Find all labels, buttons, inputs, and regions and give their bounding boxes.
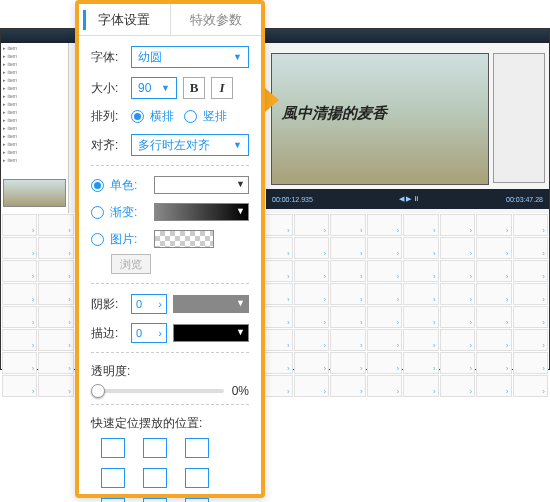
radio-image-fill[interactable] xyxy=(91,233,104,246)
slider-thumb-icon[interactable] xyxy=(91,384,105,398)
pos-mid-center[interactable] xyxy=(143,468,167,488)
opacity-value: 0% xyxy=(232,384,249,398)
pos-mid-right[interactable] xyxy=(185,468,209,488)
image-fill-preview xyxy=(154,230,214,248)
pos-top-left[interactable] xyxy=(101,438,125,458)
pos-top-right[interactable] xyxy=(185,438,209,458)
label-horizontal: 横排 xyxy=(150,108,174,125)
position-grid xyxy=(101,438,249,502)
playback-bar: 00:00:12.935 ◀ ▶ ⏸ 00:03:47.28 xyxy=(266,189,549,209)
pos-mid-left[interactable] xyxy=(101,468,125,488)
label-quickpos: 快速定位摆放的位置: xyxy=(91,415,249,432)
gradient-swatch[interactable]: ▼ xyxy=(154,203,249,221)
shadow-color-swatch[interactable]: ▼ xyxy=(173,295,249,313)
tab-font-settings[interactable]: 字体设置 xyxy=(79,4,170,35)
radio-vertical[interactable] xyxy=(184,110,197,123)
font-select[interactable]: 幼圆▼ xyxy=(131,46,249,68)
tab-effect-params[interactable]: 特效参数 xyxy=(171,4,262,35)
label-vertical: 竖排 xyxy=(203,108,227,125)
bold-button[interactable]: B xyxy=(183,77,205,99)
shadow-spin[interactable]: 0› xyxy=(131,294,167,314)
preview-viewport: 風中清揚的麦香 xyxy=(271,53,489,185)
solid-color-swatch[interactable]: ▼ xyxy=(154,176,249,194)
pos-bot-left[interactable] xyxy=(101,498,125,502)
size-select[interactable]: 90▼ xyxy=(131,77,177,99)
label-stroke: 描边: xyxy=(91,325,125,342)
label-image: 图片: xyxy=(110,231,144,248)
italic-button[interactable]: I xyxy=(211,77,233,99)
stroke-color-swatch[interactable]: ▼ xyxy=(173,324,249,342)
radio-horizontal[interactable] xyxy=(131,110,144,123)
callout-pointer xyxy=(265,88,279,112)
pos-top-center[interactable] xyxy=(143,438,167,458)
browse-button[interactable]: 浏览 xyxy=(111,254,151,274)
preview-text: 風中清揚的麦香 xyxy=(282,104,387,123)
radio-gradient[interactable] xyxy=(91,206,104,219)
time-current: 00:00:12.935 xyxy=(272,196,313,203)
label-opacity: 透明度: xyxy=(91,363,249,380)
font-settings-panel: 字体设置 特效参数 字体: 幼圆▼ 大小: 90▼ B I 排列: 横排 竖排 xyxy=(75,0,265,498)
pos-bot-center[interactable] xyxy=(143,498,167,502)
caret-down-icon: ▼ xyxy=(233,52,242,62)
panel-tabs: 字体设置 特效参数 xyxy=(79,4,261,36)
label-shadow: 阴影: xyxy=(91,296,125,313)
bg-thumbnail xyxy=(3,179,66,207)
label-font: 字体: xyxy=(91,49,125,66)
stroke-spin[interactable]: 0› xyxy=(131,323,167,343)
radio-solid-color[interactable] xyxy=(91,179,104,192)
label-justify: 对齐: xyxy=(91,137,125,154)
label-align: 排列: xyxy=(91,108,125,125)
time-duration: 00:03:47.28 xyxy=(506,196,543,203)
caret-down-icon: ▼ xyxy=(161,83,170,93)
opacity-slider[interactable] xyxy=(91,389,224,393)
label-gradient: 渐变: xyxy=(110,204,144,221)
bg-tool-palette xyxy=(493,53,545,183)
label-solid: 单色: xyxy=(110,177,144,194)
justify-select[interactable]: 多行时左对齐▼ xyxy=(131,134,249,156)
label-size: 大小: xyxy=(91,80,125,97)
pos-bot-right[interactable] xyxy=(185,498,209,502)
caret-down-icon: ▼ xyxy=(233,140,242,150)
